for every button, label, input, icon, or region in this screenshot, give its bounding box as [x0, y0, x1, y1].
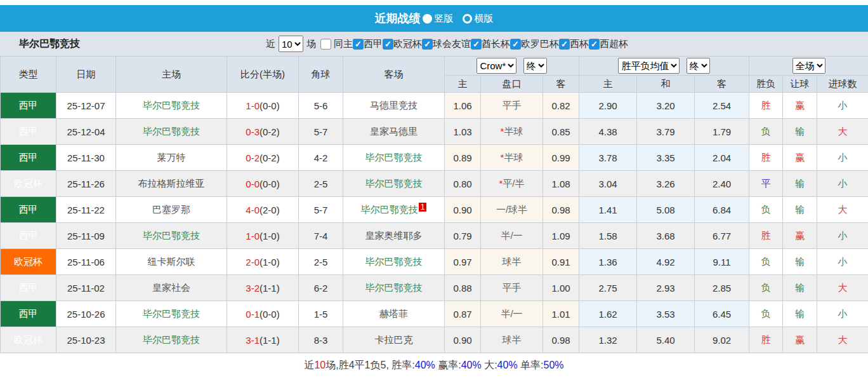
- matches-label: 场: [306, 38, 316, 50]
- let-ball-result-cell: 赢: [783, 145, 817, 171]
- summary-line: 近10场,胜4平1负5, 胜率:40% 赢率:40% 大:40% 单率:50%: [0, 353, 868, 377]
- away-team[interactable]: 毕尔巴鄂竞技: [361, 204, 418, 215]
- handicap-text: 平手: [503, 282, 522, 293]
- away-odds-cell: 0.82: [543, 93, 579, 119]
- home-team[interactable]: 莱万特: [157, 152, 186, 163]
- full-time-score: 1-0: [246, 231, 260, 241]
- home-team-cell: 毕尔巴鄂竞技: [116, 119, 227, 145]
- home-odds-cell: 1.06: [445, 93, 481, 119]
- match-date: 25-11-26: [56, 171, 116, 197]
- let-ball-result-cell: 赢: [783, 93, 817, 119]
- odds-company-select[interactable]: Crow*: [477, 58, 516, 74]
- layout-horizontal-radio[interactable]: [463, 14, 472, 24]
- recent-results-panel: 近期战绩 竖版 横版 毕尔巴鄂竞技 近 10 场 同主 ✓西甲✓欧冠杯✓球会友谊…: [0, 0, 868, 378]
- league-checkbox[interactable]: ✓: [471, 39, 482, 50]
- league-label[interactable]: 酋长杯: [482, 38, 510, 49]
- corners-cell: 5-7: [299, 197, 343, 223]
- col-header-date: 日期: [56, 57, 116, 93]
- handicap-text: 球半: [503, 334, 522, 345]
- home-team[interactable]: 巴塞罗那: [152, 204, 190, 215]
- home-team[interactable]: 毕尔巴鄂竞技: [143, 230, 200, 241]
- home-team[interactable]: 皇家社会: [152, 282, 190, 293]
- home-odds-cell: 0.79: [445, 223, 481, 249]
- league-checkbox[interactable]: ✓: [510, 39, 521, 50]
- handicap-cell: 半/一: [481, 223, 543, 249]
- layout-vertical-radio[interactable]: [423, 14, 432, 24]
- avg-type-select[interactable]: 胜平负均值: [618, 58, 680, 74]
- odds-time-select[interactable]: 终: [523, 58, 547, 74]
- summary-segment: 50%: [544, 360, 564, 371]
- home-team[interactable]: 毕尔巴鄂竞技: [143, 126, 200, 137]
- layout-vertical-label[interactable]: 竖版: [435, 13, 454, 25]
- goals-result-cell: 大: [817, 327, 868, 353]
- league-label[interactable]: 球会友谊: [433, 38, 471, 49]
- away-odds-cell: 0.98: [543, 197, 579, 223]
- home-team[interactable]: 毕尔巴鄂竞技: [143, 334, 200, 345]
- match-date: 25-11-02: [56, 275, 116, 301]
- match-date: 25-10-23: [56, 327, 116, 353]
- let-ball-result-cell: 输: [783, 197, 817, 223]
- corners-cell: 8-3: [299, 327, 343, 353]
- away-team[interactable]: 皇家马德里: [370, 126, 418, 137]
- avg-home-cell: 1.62: [579, 301, 637, 327]
- away-team[interactable]: 赫塔菲: [379, 308, 408, 319]
- layout-horizontal-label[interactable]: 横版: [475, 13, 494, 25]
- result-cell: 负: [749, 301, 783, 327]
- avg-select-group: 胜平负均值 终: [579, 57, 749, 76]
- away-odds-cell: 0.91: [543, 249, 579, 275]
- full-time-score: 0-0: [246, 179, 260, 189]
- away-team[interactable]: 毕尔巴鄂竞技: [365, 152, 423, 163]
- avg-away-cell: 2.85: [695, 275, 749, 301]
- away-team[interactable]: 马德里竞技: [370, 100, 418, 111]
- league-checkbox[interactable]: ✓: [559, 39, 570, 50]
- same-venue-checkbox[interactable]: [320, 39, 331, 50]
- half-time-score: (0-0): [260, 309, 280, 320]
- away-team[interactable]: 皇家奥维耶多: [365, 230, 423, 241]
- home-team[interactable]: 毕尔巴鄂竞技: [143, 100, 200, 111]
- avg-time-select[interactable]: 终: [687, 58, 710, 74]
- goals-result-cell: 小: [817, 145, 868, 171]
- league-label[interactable]: 欧冠杯: [393, 38, 422, 49]
- scope-select[interactable]: 全场: [792, 58, 825, 74]
- handicap-cell: 球半: [481, 249, 543, 275]
- full-time-score: 0-2: [246, 152, 260, 163]
- home-team[interactable]: 布拉格斯拉维亚: [138, 178, 205, 189]
- league-label[interactable]: 西甲: [364, 38, 383, 49]
- league-checkbox[interactable]: ✓: [589, 39, 600, 50]
- odds-select-group: Crow* 终: [445, 57, 579, 76]
- score-cell: 1-0(0-0): [227, 93, 299, 119]
- col-header-avg-away: 客: [695, 76, 749, 93]
- corners-cell: 5-6: [299, 93, 343, 119]
- avg-home-cell: 4.38: [579, 119, 637, 145]
- league-checkbox[interactable]: ✓: [353, 39, 364, 50]
- result-cell: 负: [749, 119, 783, 145]
- same-venue-label[interactable]: 同主: [334, 38, 353, 50]
- match-date: 25-11-22: [56, 197, 116, 223]
- league-checkbox[interactable]: ✓: [422, 39, 433, 50]
- let-ball-result-cell: 输: [783, 275, 817, 301]
- away-team[interactable]: 毕尔巴鄂竞技: [365, 178, 423, 189]
- table-row: 欧冠杯 25-11-26 布拉格斯拉维亚 0-0(0-0) 2-5 毕尔巴鄂竞技…: [1, 171, 868, 197]
- let-ball-result-cell: 输: [783, 301, 817, 327]
- filter-bar: 毕尔巴鄂竞技 近 10 场 同主 ✓西甲✓欧冠杯✓球会友谊✓酋长杯✓欧罗巴杯✓西…: [0, 32, 868, 56]
- goals-result-cell: 小: [817, 93, 868, 119]
- home-team-cell: 毕尔巴鄂竞技: [116, 327, 227, 353]
- away-team[interactable]: 卡拉巴克: [375, 334, 413, 345]
- home-team-cell: 毕尔巴鄂竞技: [116, 223, 227, 249]
- let-ball-result-cell: 赢: [783, 223, 817, 249]
- home-team[interactable]: 毕尔巴鄂竞技: [143, 308, 200, 319]
- full-time-score: 4-0: [246, 205, 260, 215]
- away-team[interactable]: 毕尔巴鄂竞技: [365, 282, 423, 293]
- results-table: 类型 日期 主场 比分(半场) 角球 客场 Crow* 终 胜平负均值 终 全场: [0, 56, 868, 353]
- league-checkbox[interactable]: ✓: [383, 39, 393, 50]
- home-team[interactable]: 纽卡斯尔联: [148, 256, 195, 267]
- league-label[interactable]: 欧罗巴杯: [521, 38, 559, 49]
- league-label[interactable]: 西杯: [570, 38, 589, 49]
- league-label[interactable]: 西超杯: [600, 38, 628, 49]
- match-count-select[interactable]: 10: [279, 36, 303, 52]
- team-name: 毕尔巴鄂竞技: [19, 37, 80, 51]
- full-time-score: 0-1: [246, 309, 260, 320]
- half-time-score: (1-0): [260, 231, 280, 241]
- away-team[interactable]: 毕尔巴鄂竞技: [365, 256, 423, 267]
- avg-away-cell: 9.02: [695, 327, 749, 353]
